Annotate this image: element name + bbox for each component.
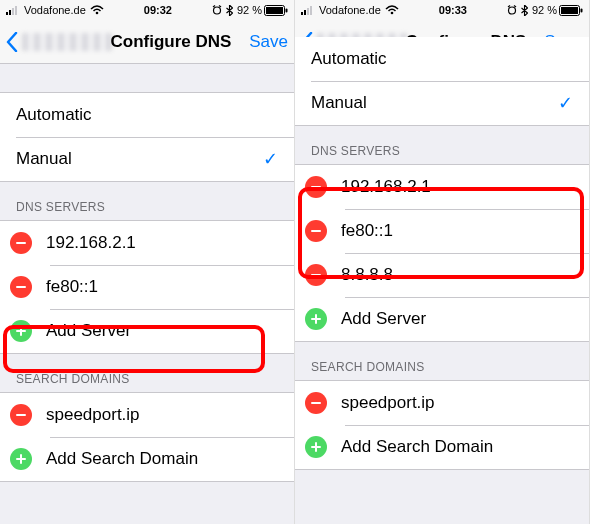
svg-rect-3 [15,6,17,15]
carrier-label: Vodafone.de [319,4,381,16]
svg-rect-0 [6,12,8,15]
add-icon[interactable] [305,308,327,330]
search-header: SEARCH DOMAINS [295,342,589,380]
chevron-left-icon [6,32,18,52]
add-icon[interactable] [10,448,32,470]
checkmark-icon: ✓ [263,148,278,170]
search-group: speedport.ip Add Search Domain [0,392,294,482]
svg-rect-11 [301,12,303,15]
dns-value: fe80::1 [341,221,573,241]
mode-group: Automatic Manual ✓ [0,92,294,182]
add-search-domain-label: Add Search Domain [46,449,278,469]
add-icon[interactable] [305,436,327,458]
mode-automatic-label: Automatic [311,49,573,69]
svg-rect-1 [9,10,11,15]
svg-line-17 [508,6,510,8]
search-domain-value: speedport.ip [341,393,573,413]
svg-rect-21 [581,8,583,12]
status-bar: Vodafone.de 09:32 92 % [0,0,294,20]
dns-group: 192.168.2.1 fe80::1 8.8.8.8 Add Server [295,164,589,342]
dns-row[interactable]: fe80::1 [0,265,294,309]
remove-icon[interactable] [10,404,32,426]
svg-line-7 [219,6,221,8]
svg-point-16 [508,7,515,14]
dns-value: 192.168.2.1 [46,233,278,253]
dns-row[interactable]: 192.168.2.1 [0,221,294,265]
svg-rect-9 [266,7,283,14]
screen-right: Vodafone.de 09:33 92 % Con [295,0,590,524]
remove-icon[interactable] [305,392,327,414]
battery-icon [264,5,288,16]
checkmark-icon: ✓ [558,92,573,114]
svg-rect-12 [304,10,306,15]
svg-point-4 [95,12,98,15]
content: Automatic Manual ✓ DNS SERVERS 192.168.2… [295,36,589,470]
svg-rect-14 [310,6,312,15]
dns-row[interactable]: 8.8.8.8 [295,253,589,297]
dns-row[interactable]: 192.168.2.1 [295,165,589,209]
mode-manual[interactable]: Manual ✓ [295,81,589,125]
search-domain-row[interactable]: speedport.ip [295,381,589,425]
mode-manual[interactable]: Manual ✓ [0,137,294,181]
add-search-domain-row[interactable]: Add Search Domain [295,425,589,469]
remove-icon[interactable] [305,220,327,242]
search-domain-row[interactable]: speedport.ip [0,393,294,437]
wifi-icon [385,5,399,15]
svg-rect-20 [561,7,578,14]
remove-icon[interactable] [10,232,32,254]
save-button[interactable]: Save [249,32,288,52]
add-server-label: Add Server [46,321,278,341]
clock: 09:32 [104,4,212,16]
wifi-icon [90,5,104,15]
mode-group: Automatic Manual ✓ [295,36,589,126]
bluetooth-icon [521,5,528,16]
add-search-domain-label: Add Search Domain [341,437,573,457]
mode-automatic[interactable]: Automatic [295,37,589,81]
svg-rect-10 [286,8,288,12]
back-label-blurred [22,33,112,51]
alarm-icon [507,5,517,15]
mode-manual-label: Manual [16,149,263,169]
nav-bar: Configure DNS Save [0,20,294,64]
dns-value: 192.168.2.1 [341,177,573,197]
add-search-domain-row[interactable]: Add Search Domain [0,437,294,481]
add-server-label: Add Server [341,309,573,329]
svg-line-18 [514,6,516,8]
dns-value: 8.8.8.8 [341,265,573,285]
remove-icon[interactable] [10,276,32,298]
alarm-icon [212,5,222,15]
carrier-label: Vodafone.de [24,4,86,16]
search-group: speedport.ip Add Search Domain [295,380,589,470]
battery-icon [559,5,583,16]
dns-row[interactable]: fe80::1 [295,209,589,253]
status-bar: Vodafone.de 09:33 92 % [295,0,589,20]
remove-icon[interactable] [305,264,327,286]
search-header: SEARCH DOMAINS [0,354,294,392]
svg-rect-2 [12,8,14,15]
svg-point-15 [390,12,393,15]
cell-signal-icon [301,5,315,15]
svg-rect-13 [307,8,309,15]
svg-line-6 [213,6,215,8]
dns-header: DNS SERVERS [0,182,294,220]
dns-group: 192.168.2.1 fe80::1 Add Server [0,220,294,354]
clock: 09:33 [399,4,507,16]
content: Automatic Manual ✓ DNS SERVERS 192.168.2… [0,64,294,482]
back-button[interactable] [6,32,112,52]
mode-automatic[interactable]: Automatic [0,93,294,137]
cell-signal-icon [6,5,20,15]
dns-header: DNS SERVERS [295,126,589,164]
mode-automatic-label: Automatic [16,105,278,125]
remove-icon[interactable] [305,176,327,198]
add-server-row[interactable]: Add Server [0,309,294,353]
battery-percent: 92 % [237,4,262,16]
dns-value: fe80::1 [46,277,278,297]
bluetooth-icon [226,5,233,16]
search-domain-value: speedport.ip [46,405,278,425]
battery-percent: 92 % [532,4,557,16]
svg-point-5 [213,7,220,14]
add-icon[interactable] [10,320,32,342]
mode-manual-label: Manual [311,93,558,113]
screen-left: Vodafone.de 09:32 92 % Con [0,0,295,524]
add-server-row[interactable]: Add Server [295,297,589,341]
